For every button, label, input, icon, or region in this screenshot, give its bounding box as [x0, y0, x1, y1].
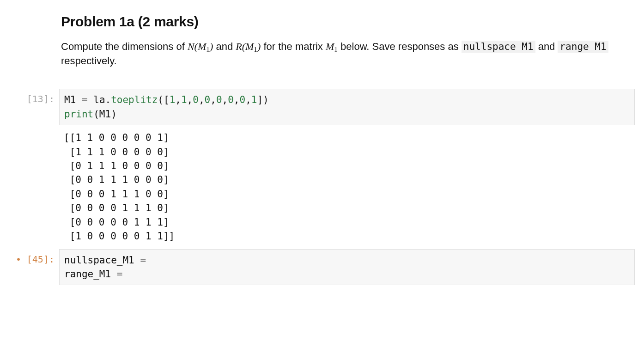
text: Compute the dimensions of	[61, 41, 188, 52]
text: below. Save responses as	[338, 41, 462, 52]
problem-heading: Problem 1a (2 marks)	[61, 12, 630, 31]
code-cell-13: [13]: M1 = la.toeplitz([1,1,0,0,0,0,0,1]…	[0, 89, 635, 125]
output-content: [[1 1 0 0 0 0 0 1] [1 1 1 0 0 0 0 0] [0 …	[59, 127, 635, 247]
text: for the matrix	[261, 41, 326, 52]
markdown-cell: Problem 1a (2 marks) Compute the dimensi…	[0, 9, 635, 73]
notebook: Problem 1a (2 marks) Compute the dimensi…	[0, 0, 644, 285]
stdout-text: [[1 1 0 0 0 0 0 1] [1 1 1 0 0 0 0 0] [0 …	[59, 127, 635, 247]
math-nm1: N(M1)	[188, 41, 213, 52]
code-cell-content: nullspace_M1 = range_M1 =	[59, 249, 635, 286]
code-cell-content: M1 = la.toeplitz([1,1,0,0,0,0,0,1]) prin…	[59, 89, 635, 125]
cell-prompt: [13]:	[0, 89, 59, 105]
cell-prompt-dirty: [45]:	[0, 249, 59, 266]
text: and	[213, 41, 236, 52]
code-literal-nullspace: nullspace_M1	[462, 41, 535, 53]
code-input[interactable]: nullspace_M1 = range_M1 =	[59, 249, 635, 286]
text: and	[535, 41, 558, 52]
problem-text: Compute the dimensions of N(M1) and R(M1…	[61, 40, 630, 68]
code-input[interactable]: M1 = la.toeplitz([1,1,0,0,0,0,0,1]) prin…	[59, 89, 635, 125]
prompt-empty	[0, 127, 59, 131]
prompt-empty	[0, 9, 59, 13]
code-cell-13-output: [[1 1 0 0 0 0 0 1] [1 1 1 0 0 0 0 0] [0 …	[0, 127, 635, 247]
code-cell-45: [45]: nullspace_M1 = range_M1 =	[0, 249, 635, 286]
text: respectively.	[61, 55, 117, 67]
math-rm1: R(M1)	[236, 41, 261, 52]
math-m1: M1	[326, 41, 338, 52]
markdown-content: Problem 1a (2 marks) Compute the dimensi…	[59, 9, 635, 73]
code-literal-range: range_M1	[558, 41, 608, 53]
